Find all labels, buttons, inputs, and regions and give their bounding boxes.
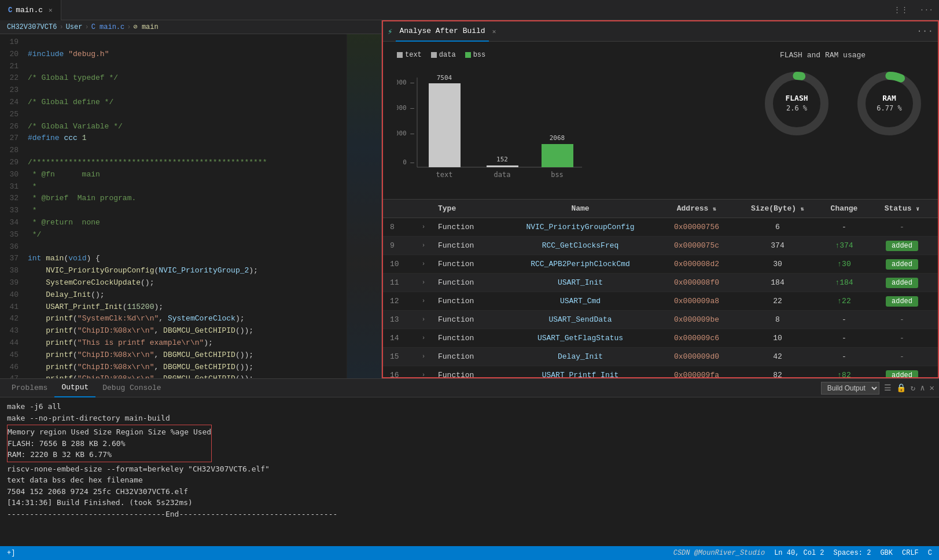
svg-text:7504: 7504 [437,74,452,82]
flash-donut-svg: FLASH 2.6 % [762,69,831,138]
row-status: - [873,334,931,342]
legend-bss: bss [465,51,486,59]
row-num: 12 [390,297,422,305]
status-eol[interactable]: CRLF [902,549,919,557]
status-lang[interactable]: C [928,549,932,557]
row-num: 14 [390,334,422,342]
ram-donut: RAM 6.77 % [855,69,924,138]
svg-text:text: text [436,171,453,179]
row-status: - [873,315,931,324]
row-type: Function [438,371,507,377]
row-size: 22 [740,297,815,305]
status-left: +] [7,549,15,557]
svg-text:6.77 %: 6.77 % [877,104,902,112]
tab-output[interactable]: Output [54,379,95,397]
code-content[interactable]: #include "debug.h" /* Global typedef */ … [23,34,347,378]
row-change: ↑22 [815,297,873,305]
row-address: 0x000009a8 [653,297,740,305]
list-icon[interactable]: ☰ [884,383,892,393]
row-address: 0x000009c6 [653,334,740,342]
terminal-area[interactable]: make -j6 all make --no-print-directory m… [0,397,939,546]
row-expand[interactable]: › [422,335,438,341]
row-status: - [873,352,931,361]
status-spaces[interactable]: Spaces: 2 [834,549,871,557]
lock-icon[interactable]: 🔒 [896,383,906,393]
row-size: 184 [740,278,815,287]
terminal-line: -----------------------------------End--… [7,509,932,520]
th-status[interactable]: Status ∨ [873,204,931,213]
row-status: added [873,241,931,250]
analyse-panel-menu[interactable]: ··· [916,26,933,36]
status-encoding[interactable]: GBK [880,549,893,557]
svg-text:4000 –: 4000 – [397,104,414,112]
row-size: 6 [740,223,815,231]
svg-text:152: 152 [496,156,508,163]
row-change: ↑30 [815,260,873,268]
row-type: Function [438,260,507,268]
row-expand[interactable]: › [422,242,438,249]
row-expand[interactable]: › [422,372,438,377]
tab-problems[interactable]: Problems [5,379,54,397]
terminal-line: make --no-print-directory main-build [7,412,932,424]
editor-menu[interactable]: ··· [914,0,939,20]
row-address: 0x00000756 [653,223,740,231]
ram-donut-svg: RAM 6.77 % [855,69,924,138]
row-type: Function [438,315,507,324]
row-expand[interactable]: › [422,298,438,304]
analyse-tab-close[interactable]: ✕ [492,28,496,35]
up-icon[interactable]: ∧ [920,383,925,393]
row-expand[interactable]: › [422,261,438,267]
svg-text:2.6 %: 2.6 % [786,104,808,112]
row-name: USART_Printf_Init [507,371,653,377]
tab-main-c-close[interactable]: ✕ [49,6,53,14]
svg-text:data: data [494,171,511,179]
bar-chart: text data bss 6000 – 4000 – [397,51,698,190]
row-status: added [873,297,931,305]
row-change: ↑184 [815,278,873,287]
terminal-line: 7504 152 2068 9724 25fc CH32V307VCT6.elf [7,486,932,498]
row-change: ↑82 [815,371,873,377]
row-address: 0x000009fa [653,371,740,377]
analyse-tab-label[interactable]: Analyse After Build [396,21,488,42]
split-icon[interactable]: ⋮⋮ [888,0,914,20]
row-name: RCC_APB2PeriphClockCmd [507,260,653,268]
th-size[interactable]: Size(Byte) ⇅ [740,204,815,213]
table-body: 8 › Function NVIC_PriorityGroupConfig 0x… [383,218,938,377]
svg-text:2000 –: 2000 – [397,130,414,137]
row-size: 10 [740,334,815,342]
tab-main-c[interactable]: C main.c ✕ [0,0,61,20]
svg-text:RAM: RAM [882,94,896,102]
row-address: 0x000008f0 [653,278,740,287]
row-status: added [873,371,931,377]
row-num: 9 [390,241,422,250]
row-expand[interactable]: › [422,316,438,323]
row-size: 30 [740,260,815,268]
tab-debug-console[interactable]: Debug Console [95,379,168,397]
analyse-panel: ⚡ Analyse After Build ✕ ··· text data [382,20,939,378]
svg-rect-9 [487,165,518,167]
row-type: Function [438,223,507,231]
close-panel-icon[interactable]: ✕ [930,383,934,393]
row-type: Function [438,241,507,250]
tab-main-c-label: main.c [16,6,43,14]
legend-data: data [431,51,456,59]
flash-ram-title: FLASH and RAM usage [721,51,924,60]
row-type: Function [438,334,507,342]
svg-text:bss: bss [551,171,564,179]
refresh-icon[interactable]: ↻ [911,383,915,393]
th-address[interactable]: Address ⇅ [653,204,740,213]
th-name[interactable]: Name [507,204,653,213]
svg-rect-6 [429,83,461,167]
svg-text:2068: 2068 [550,134,565,142]
row-change: - [815,352,873,361]
row-expand[interactable]: › [422,224,438,230]
row-expand[interactable]: › [422,353,438,360]
row-address: 0x000009be [653,315,740,324]
table-row: 8 › Function NVIC_PriorityGroupConfig 0x… [383,218,938,237]
status-ln-col[interactable]: Ln 40, Col 2 [774,549,824,557]
table-row: 15 › Function Delay_Init 0x000009d0 42 -… [383,348,938,366]
terminal-line: riscv-none-embed-size --format=berkeley … [7,463,932,475]
build-output-select[interactable]: Build Output [821,382,879,395]
row-expand[interactable]: › [422,279,438,286]
table-row: 14 › Function USART_GetFlagStatus 0x0000… [383,329,938,348]
